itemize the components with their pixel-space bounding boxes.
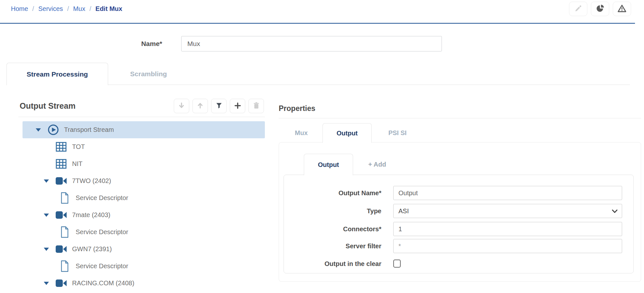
document-icon: [59, 260, 71, 272]
breadcrumb-home[interactable]: Home: [11, 5, 28, 13]
edit-mux-page: Home / Services / Mux / Edit Mux Name* S…: [0, 0, 644, 293]
caret-down-icon[interactable]: [43, 213, 51, 217]
alarms-button[interactable]: [613, 2, 631, 16]
header-actions: [569, 2, 631, 16]
tree-row-racing-com[interactable]: RACING.COM (2408): [23, 275, 265, 292]
document-icon: [59, 226, 71, 238]
plus-icon: [234, 102, 241, 110]
tree-label: RACING.COM (2408): [72, 279, 134, 287]
tree-label: 7TWO (2402): [72, 177, 111, 185]
type-label: Type: [267, 204, 381, 218]
video-camera-icon: [55, 176, 67, 186]
tree-row-nit[interactable]: NIT: [23, 155, 265, 172]
type-select-value: ASI: [398, 207, 409, 215]
properties-tab-psi-si[interactable]: PSI SI: [380, 123, 415, 142]
output-name-input[interactable]: [393, 186, 622, 200]
document-icon: [59, 192, 71, 204]
breadcrumb-separator: /: [32, 5, 34, 13]
arrow-up-icon: [197, 102, 204, 110]
output-in-the-clear-checkbox[interactable]: [393, 260, 401, 268]
pie-chart-icon: [596, 4, 604, 14]
tree-label: Service Descriptor: [76, 228, 128, 236]
output-subtab-output[interactable]: Output: [304, 154, 353, 175]
name-input[interactable]: [181, 36, 442, 51]
output-stream-divider: [18, 117, 265, 117]
tree-row-7two[interactable]: 7TWO (2402): [23, 172, 265, 189]
server-filter-input[interactable]: [393, 239, 622, 253]
breadcrumb-mux[interactable]: Mux: [73, 5, 85, 13]
move-up-button[interactable]: [192, 99, 208, 113]
video-camera-icon: [55, 210, 67, 220]
edit-button[interactable]: [569, 2, 587, 16]
caret-down-icon[interactable]: [35, 128, 42, 132]
properties-title: Properties: [279, 104, 315, 113]
caret-down-icon[interactable]: [43, 281, 51, 285]
properties-tab-output[interactable]: Output: [322, 123, 372, 143]
video-camera-icon: [55, 279, 67, 288]
filter-button[interactable]: [211, 99, 227, 113]
tree-label: NIT: [72, 160, 82, 168]
tree-row-tot[interactable]: TOT: [23, 138, 265, 155]
connectors-label: Connectors*: [267, 222, 381, 236]
caret-down-icon[interactable]: [43, 247, 51, 251]
breadcrumb-separator: /: [89, 5, 91, 13]
breadcrumb-services[interactable]: Services: [38, 5, 63, 13]
breadcrumb: Home / Services / Mux / Edit Mux: [11, 5, 122, 13]
output-subtab-add[interactable]: + Add: [358, 154, 397, 175]
video-camera-icon: [55, 244, 67, 254]
arrow-down-icon: [178, 102, 185, 110]
connectors-input[interactable]: [393, 222, 622, 236]
chevron-down-icon: [612, 207, 618, 215]
tree-row-service-descriptor[interactable]: Service Descriptor: [23, 224, 265, 241]
properties-divider: [279, 118, 641, 118]
move-down-button[interactable]: [174, 99, 189, 113]
tree-label: Service Descriptor: [76, 194, 128, 202]
tab-stream-processing[interactable]: Stream Processing: [6, 63, 108, 85]
breadcrumb-edit-mux: Edit Mux: [96, 5, 122, 13]
add-button[interactable]: [230, 99, 245, 113]
statistics-button[interactable]: [591, 2, 609, 16]
breadcrumb-separator: /: [67, 5, 69, 13]
output-stream-toolbar: [174, 99, 264, 113]
table-icon: [55, 159, 67, 169]
output-name-label: Output Name*: [267, 186, 381, 200]
output-in-the-clear-label: Output in the clear: [267, 257, 381, 271]
properties-tab-mux[interactable]: Mux: [286, 123, 316, 142]
tree-row-transport-stream[interactable]: Transport Stream: [23, 121, 265, 138]
server-filter-label: Server filter: [267, 239, 381, 253]
header-divider: [0, 23, 635, 24]
tree-label: 7mate (2403): [72, 211, 110, 219]
filter-icon: [216, 102, 222, 110]
name-label: Name*: [106, 36, 162, 51]
type-select[interactable]: ASI: [393, 204, 622, 218]
tree-row-7mate[interactable]: 7mate (2403): [23, 206, 265, 224]
delete-button[interactable]: [248, 99, 264, 113]
tree-row-service-descriptor[interactable]: Service Descriptor: [23, 189, 265, 206]
tree-label: Service Descriptor: [76, 262, 128, 270]
output-stream-tree: Transport Stream TOT NIT 7TWO (2402): [23, 121, 265, 292]
tree-label: TOT: [72, 143, 85, 151]
tree-label: GWN7 (2391): [72, 245, 112, 253]
output-stream-title: Output Stream: [20, 101, 76, 111]
play-circle-icon: [47, 124, 59, 136]
tree-row-gwn7[interactable]: GWN7 (2391): [23, 241, 265, 258]
tab-scrambling[interactable]: Scrambling: [108, 63, 189, 85]
warning-triangle-icon: [618, 5, 626, 14]
table-icon: [55, 142, 67, 152]
caret-down-icon[interactable]: [43, 179, 51, 183]
trash-icon: [253, 102, 260, 110]
tree-label: Transport Stream: [64, 126, 114, 133]
pencil-icon: [574, 5, 582, 13]
tree-row-service-descriptor[interactable]: Service Descriptor: [23, 258, 265, 275]
